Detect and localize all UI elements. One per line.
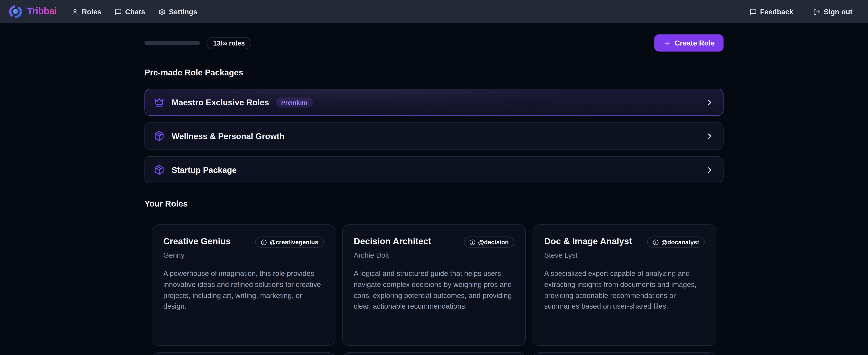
role-subtitle: Archie Doit xyxy=(354,251,514,259)
role-description: A powerhouse of imagination, this role p… xyxy=(163,268,324,312)
package-icon xyxy=(154,165,164,175)
role-card[interactable] xyxy=(342,352,526,355)
main-content: 13/∞ roles Create Role Pre-made Role Pac… xyxy=(0,23,868,355)
role-card[interactable] xyxy=(152,352,336,355)
package-row-maestro[interactable]: Maestro Exclusive Roles Premium xyxy=(145,89,723,116)
brand[interactable]: Tribbai xyxy=(8,4,57,20)
package-row-startup[interactable]: Startup Package xyxy=(145,156,723,183)
role-card-doc-image-analyst[interactable]: Doc & Image Analyst @docanalyst Steve Ly… xyxy=(532,224,716,346)
role-card-decision-architect[interactable]: Decision Architect @decision Archie Doit… xyxy=(342,224,526,346)
package-row-wellness[interactable]: Wellness & Personal Growth xyxy=(145,122,723,150)
role-handle-chip[interactable]: @decision xyxy=(464,236,514,247)
role-description: A logical and structured guide that help… xyxy=(354,268,514,312)
top-nav: Tribbai Roles Chats xyxy=(0,0,868,23)
create-role-button[interactable]: Create Role xyxy=(654,34,723,51)
chat-bubble-icon xyxy=(749,8,757,15)
premium-badge: Premium xyxy=(276,97,313,107)
roles-grid-next-row xyxy=(145,352,723,355)
chevron-right-icon xyxy=(705,98,714,107)
nav-item-label: Chats xyxy=(125,7,145,16)
info-icon xyxy=(261,239,267,245)
role-title: Creative Genius xyxy=(163,236,230,247)
sign-out-label: Sign out xyxy=(824,7,852,16)
info-icon xyxy=(652,239,658,245)
nav-right: Feedback Sign out xyxy=(749,7,852,16)
nav-item-roles[interactable]: Roles xyxy=(71,7,101,16)
role-handle: @decision xyxy=(478,239,509,245)
role-title: Decision Architect xyxy=(354,236,431,247)
roles-count-badge: 13/∞ roles xyxy=(207,37,251,49)
brand-name: Tribbai xyxy=(27,6,57,17)
chat-bubble-icon xyxy=(115,8,122,15)
role-description: A specialized expert capable of analyzin… xyxy=(544,268,705,312)
nav-item-label: Roles xyxy=(82,7,101,16)
role-title: Doc & Image Analyst xyxy=(544,236,632,247)
role-handle: @docanalyst xyxy=(661,239,699,245)
role-subtitle: Steve Lyst xyxy=(544,251,705,259)
roles-grid: Creative Genius @creativegenius Genny A … xyxy=(145,224,723,346)
role-handle-chip[interactable]: @docanalyst xyxy=(647,236,705,247)
nav-links: Roles Chats Settings xyxy=(71,7,197,16)
role-card[interactable] xyxy=(532,352,716,355)
role-card-creative-genius[interactable]: Creative Genius @creativegenius Genny A … xyxy=(152,224,336,346)
nav-item-chats[interactable]: Chats xyxy=(115,7,145,16)
role-subtitle: Genny xyxy=(163,251,324,259)
package-title: Startup Package xyxy=(172,165,237,175)
nav-item-settings[interactable]: Settings xyxy=(158,7,197,16)
nav-item-label: Settings xyxy=(169,7,197,16)
role-handle: @creativegenius xyxy=(270,239,318,245)
roles-toolbar: 13/∞ roles Create Role xyxy=(145,34,723,51)
app-root: Tribbai Roles Chats xyxy=(0,0,868,355)
chevron-right-icon xyxy=(705,131,714,141)
role-handle-chip[interactable]: @creativegenius xyxy=(255,236,324,247)
create-role-label: Create Role xyxy=(675,39,715,47)
info-icon xyxy=(469,239,475,245)
crown-icon xyxy=(154,97,164,108)
chevron-right-icon xyxy=(705,166,714,174)
roles-section-title: Your Roles xyxy=(145,199,723,208)
log-out-icon xyxy=(813,8,820,15)
user-icon xyxy=(71,8,79,15)
package-icon xyxy=(154,131,164,141)
feedback-label: Feedback xyxy=(760,7,793,16)
packages-section-title: Pre-made Role Packages xyxy=(145,68,723,77)
roles-progress-bar xyxy=(145,41,200,45)
plus-icon xyxy=(663,39,671,47)
sign-out-button[interactable]: Sign out xyxy=(813,7,852,16)
feedback-button[interactable]: Feedback xyxy=(749,7,793,16)
package-title: Maestro Exclusive Roles xyxy=(172,97,269,107)
package-title: Wellness & Personal Growth xyxy=(172,131,284,141)
tribbai-logo-icon xyxy=(8,4,23,20)
gear-icon xyxy=(158,8,165,15)
